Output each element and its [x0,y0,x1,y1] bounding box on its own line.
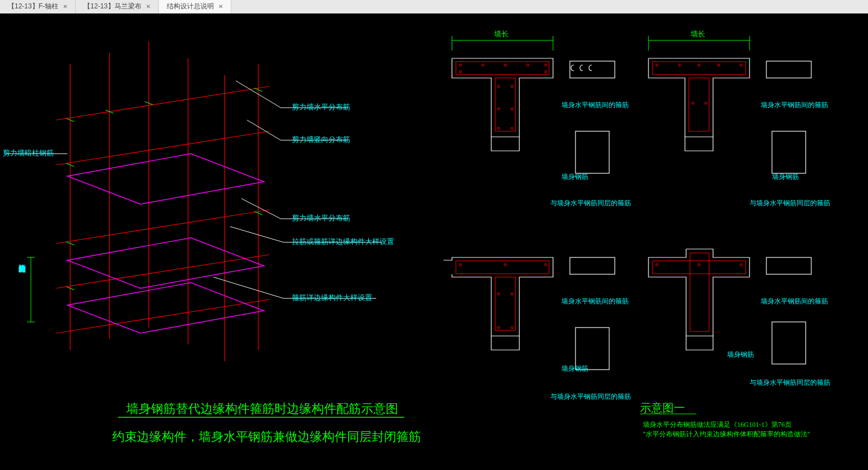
svg-point-43 [511,108,513,110]
svg-rect-76 [772,322,806,364]
tab-1[interactable]: 【12-13】F-轴柱✕ [0,0,76,13]
sec-a1-2: 墙身水平钢筋间的箍筋 [761,100,828,110]
svg-point-64 [497,293,500,295]
note-1: 墙身水平分布钢筋做法应满足《16G101-1》第76页 [643,420,792,430]
sec-a1-4: 墙身水平钢筋间的箍筋 [761,297,828,306]
svg-rect-73 [570,257,615,274]
svg-rect-56 [575,131,609,173]
drawing-canvas[interactable]: 边缘构件箍筋间距 剪力墙暗柱钢筋 剪力墙水平分布筋 剪力墙竖向分布筋 剪力墙水平… [0,13,868,470]
svg-point-54 [705,102,707,104]
svg-point-62 [504,264,506,266]
close-icon[interactable]: ✕ [63,3,67,10]
svg-point-37 [545,64,547,66]
svg-point-66 [497,326,500,329]
svg-point-38 [459,71,462,73]
svg-rect-57 [766,61,811,78]
svg-point-40 [497,85,500,87]
sec-a3-3: 与墙身水平钢筋同层的箍筋 [550,392,631,402]
ann-4: 拉筋或箍筋详边缘构件大样设置 [292,237,394,247]
close-icon[interactable]: ✕ [218,3,223,10]
sec-a2-3: 墙身钢筋 [561,364,588,374]
tab-label: 结构设计总说明 [167,2,214,10]
svg-rect-75 [766,257,811,274]
svg-rect-47 [689,78,709,131]
svg-rect-69 [690,253,709,331]
note-2: "水平分布钢筋计入约束边缘构件体积配箍率的构造做法" [643,430,810,439]
svg-point-33 [459,64,462,66]
svg-point-45 [511,127,513,130]
ann-5: 箍筋详边缘构件大样设置 [292,293,372,303]
dim-wall-len-2: 墙长 [691,29,705,39]
svg-point-42 [497,108,500,110]
svg-rect-68 [652,261,746,274]
svg-rect-46 [652,62,746,75]
sec-a2-2: 墙身钢筋 [772,172,799,182]
title-underline [107,413,500,446]
svg-point-41 [511,85,513,87]
title-right: 示意图一 [640,400,685,416]
svg-point-65 [511,293,513,295]
svg-rect-58 [772,131,806,173]
sec-a1-3: 墙身水平钢筋间的箍筋 [561,297,629,306]
svg-point-49 [678,64,680,66]
svg-line-10 [56,299,269,333]
svg-point-50 [698,64,700,66]
svg-point-53 [692,102,694,104]
sec-a3-1: 与墙身水平钢筋同层的箍筋 [550,199,631,208]
iso-rebar-diagram [0,25,421,406]
tab-2[interactable]: 【12-13】马兰梁布✕ [76,0,159,13]
svg-marker-13 [67,283,264,333]
svg-rect-31 [456,62,549,75]
svg-point-34 [482,64,484,66]
ann-3: 剪力墙水平分布筋 [292,213,350,223]
svg-point-63 [545,264,547,266]
sec-a2-4: 墙身钢筋 [727,350,754,360]
svg-marker-11 [67,154,264,204]
svg-point-35 [504,64,506,66]
label-left: 剪力墙暗柱钢筋 [3,148,54,158]
svg-rect-60 [495,277,515,330]
svg-line-8 [56,210,269,243]
tab-label: 【12-13】马兰梁布 [84,2,141,10]
svg-rect-59 [456,261,549,274]
svg-point-67 [511,326,513,329]
svg-point-44 [497,127,500,130]
svg-point-51 [718,64,720,66]
svg-point-71 [698,264,700,266]
sec-a1-1: 墙身水平钢筋间的箍筋 [561,100,629,110]
ann-1: 剪力墙水平分布筋 [292,102,350,112]
svg-point-36 [527,64,529,66]
svg-point-52 [740,64,742,66]
sec-a3-4: 与墙身水平钢筋同层的箍筋 [750,378,830,388]
section-details [427,25,865,417]
svg-rect-32 [495,78,515,131]
tab-label: 【12-13】F-轴柱 [8,2,58,10]
svg-point-70 [656,264,658,266]
close-icon[interactable]: ✕ [146,3,150,10]
svg-point-39 [545,71,547,73]
sec-a3-2: 与墙身水平钢筋同层的箍筋 [750,199,830,208]
tab-3[interactable]: 结构设计总说明✕ [159,0,231,13]
svg-marker-12 [67,238,264,288]
ann-2: 剪力墙竖向分布筋 [292,135,350,145]
svg-point-61 [459,264,462,266]
svg-point-72 [740,264,742,266]
dim-wall-len-1: 墙长 [494,29,509,39]
svg-point-48 [656,64,658,66]
svg-rect-74 [575,328,609,370]
svg-line-7 [56,131,269,165]
svg-line-9 [56,255,269,288]
svg-rect-55 [570,61,615,78]
sec-a2-1: 墙身钢筋 [561,172,588,182]
svg-line-6 [56,86,269,120]
document-tabs: 【12-13】F-轴柱✕ 【12-13】马兰梁布✕ 结构设计总说明✕ [0,0,868,13]
